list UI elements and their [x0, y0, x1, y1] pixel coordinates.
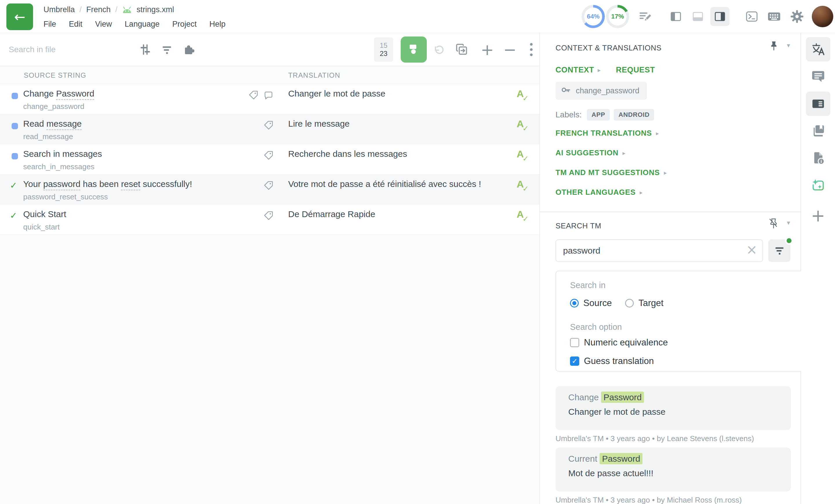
layout-bottom-panel-button[interactable]	[688, 7, 708, 26]
translation-text[interactable]: Recherche dans les messages	[288, 149, 407, 159]
file-search-input[interactable]	[9, 41, 134, 58]
tm-result-card[interactable]: Current Password Mot de passe actuel!!!	[555, 447, 791, 491]
duplicate-icon[interactable]	[455, 43, 469, 57]
progress-ring-reviewed[interactable]: 17%	[606, 5, 629, 28]
layout-left-panel-button[interactable]	[666, 7, 686, 26]
section-other-languages[interactable]: OTHER LANGUAGES▸	[555, 188, 790, 197]
clear-search-icon[interactable]: ×	[746, 243, 757, 256]
menu-file[interactable]: File	[43, 20, 56, 29]
spellcheck-icon[interactable]: A✓	[517, 178, 529, 193]
radio-source-control[interactable]	[570, 299, 579, 308]
source-string[interactable]: Quick Start	[23, 209, 66, 219]
translation-text[interactable]: Changer le mot de passe	[288, 89, 385, 99]
android-icon	[122, 6, 132, 14]
search-tm-collapse-chevron-icon[interactable]: ▾	[787, 219, 790, 226]
context-panel-icon[interactable]	[806, 91, 830, 116]
breadcrumb-language[interactable]: French	[86, 5, 111, 14]
more-options-icon[interactable]	[530, 43, 533, 56]
user-avatar[interactable]	[812, 6, 833, 27]
tag-icon[interactable]	[248, 90, 259, 101]
tm-search-input[interactable]	[555, 239, 763, 262]
string-key-chip[interactable]: change_password	[555, 82, 647, 100]
checkbox-guess-translation[interactable]: ✓ Guess translation	[570, 356, 654, 366]
breadcrumb-project[interactable]: Umbrella	[43, 5, 75, 14]
status-translated-icon: ✓	[10, 210, 17, 220]
radio-target[interactable]: Target	[625, 298, 664, 308]
string-row[interactable]: ✓ Your password has been reset successfu…	[0, 174, 539, 205]
ai-panel-icon[interactable]	[806, 173, 830, 198]
translations-panel-icon[interactable]	[806, 37, 830, 61]
menu-edit[interactable]: Edit	[69, 20, 83, 29]
remove-string-icon[interactable]: −	[503, 40, 516, 59]
source-string[interactable]: Your password has been reset successfull…	[23, 179, 192, 189]
back-button[interactable]: ←	[6, 3, 33, 30]
filter-funnel-icon[interactable]	[160, 43, 173, 56]
progress-ring-translated[interactable]: 64%	[582, 5, 605, 28]
panel-collapse-chevron-icon[interactable]: ▾	[787, 42, 790, 49]
comment-icon[interactable]	[263, 90, 274, 101]
filter-active-dot	[785, 237, 793, 245]
label-chip-android[interactable]: ANDROID	[614, 109, 654, 121]
spellcheck-icon[interactable]: A✓	[517, 118, 529, 133]
terminal-icon[interactable]	[745, 10, 758, 23]
string-row[interactable]: Search in messages search_in_messages Re…	[0, 144, 539, 174]
filter-settings-icon[interactable]	[139, 43, 151, 56]
string-row[interactable]: ✓ Quick Start quick_start De Démarrage R…	[0, 205, 539, 235]
breadcrumb: Umbrella / French / strings.xml	[43, 5, 174, 14]
label-chips: APPANDROID	[587, 109, 654, 121]
tasks-edit-icon[interactable]	[638, 10, 652, 23]
plugins-puzzle-icon[interactable]	[182, 43, 196, 56]
document-info-panel-icon[interactable]: i	[806, 146, 830, 170]
glossary-panel-icon[interactable]	[806, 119, 830, 143]
menu-help[interactable]: Help	[209, 20, 226, 29]
spellcheck-icon[interactable]: A✓	[517, 148, 529, 163]
tab-context[interactable]: CONTEXT▸	[555, 65, 601, 75]
unpin-icon[interactable]	[768, 218, 779, 231]
layout-right-panel-button[interactable]	[710, 7, 730, 26]
tm-translation: Changer le mot de passe	[568, 407, 782, 417]
tm-result-card[interactable]: Change Password Changer le mot de passe	[555, 386, 791, 430]
save-button[interactable]	[401, 37, 427, 63]
translation-text[interactable]: De Démarrage Rapide	[288, 209, 375, 219]
add-string-icon[interactable]: +	[481, 40, 494, 59]
progress-ring-label: 64%	[582, 5, 605, 28]
comments-panel-icon[interactable]	[806, 64, 830, 89]
spellcheck-icon[interactable]: A✓	[517, 209, 529, 223]
tm-filter-button[interactable]	[768, 239, 790, 262]
tab-request[interactable]: REQUEST	[616, 65, 655, 75]
checkbox-numeric-equivalence[interactable]: Numeric equivalence	[570, 337, 668, 348]
keyboard-icon[interactable]	[767, 9, 781, 23]
section-ai-suggestion[interactable]: AI SUGGESTION▸	[555, 148, 790, 158]
settings-gear-icon[interactable]	[790, 10, 804, 23]
translation-text[interactable]: Lire le message	[288, 119, 350, 129]
menu-language[interactable]: Language	[125, 20, 160, 29]
radio-source[interactable]: Source	[570, 298, 612, 308]
tag-icon[interactable]	[263, 120, 274, 131]
menu-project[interactable]: Project	[172, 20, 197, 29]
breadcrumb-file[interactable]: strings.xml	[137, 5, 174, 14]
label-chip-app[interactable]: APP	[587, 109, 610, 121]
breadcrumb-separator: /	[116, 5, 118, 14]
editor-main: 15 23 + − SOURCE STRING TRANSLATION	[0, 33, 540, 504]
section-tm-and-mt-suggestions[interactable]: TM AND MT SUGGESTIONS▸	[555, 168, 790, 177]
tag-icon[interactable]	[263, 180, 274, 192]
tm-filter-funnel-icon	[773, 244, 786, 257]
string-row[interactable]: Change Password change_password Changer …	[0, 84, 539, 114]
radio-target-control[interactable]	[625, 299, 634, 308]
spellcheck-icon[interactable]: A✓	[517, 88, 529, 103]
panel-divider	[540, 212, 800, 212]
tag-icon[interactable]	[263, 150, 274, 162]
translation-text[interactable]: Votre mot de passe a été réinitialisé av…	[288, 179, 481, 189]
tag-icon[interactable]	[263, 210, 274, 222]
string-row[interactable]: Read message read_message Lire le messag…	[0, 114, 539, 144]
source-string[interactable]: Change Password	[23, 89, 94, 99]
source-string[interactable]: Search in messages	[23, 149, 102, 159]
checkbox-control[interactable]: ✓	[570, 356, 579, 366]
undo-icon[interactable]	[432, 43, 445, 56]
menu-view[interactable]: View	[95, 20, 112, 29]
checkbox-control[interactable]	[570, 338, 579, 347]
source-string[interactable]: Read message	[23, 119, 82, 129]
add-panel-icon[interactable]: +	[806, 204, 830, 228]
section-french-translations[interactable]: FRENCH TRANSLATIONS▸	[555, 129, 790, 138]
pin-icon[interactable]	[769, 41, 779, 53]
